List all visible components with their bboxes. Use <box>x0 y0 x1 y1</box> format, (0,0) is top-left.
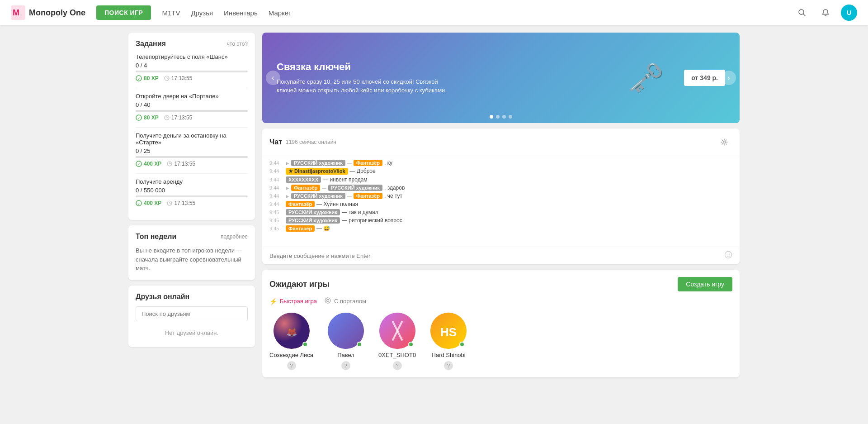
chat-message-5: 9:44 Фантазёр — Хуйня полная <box>269 201 732 207</box>
chat-message-3: 9:44 ▶ Фантазёр — РУССКИЙ художник , зда… <box>269 185 732 191</box>
banner-next-button[interactable]: › <box>722 71 736 85</box>
chat-message-4: 9:44 ▶ РУССКИЙ художник — Фантазёр , че … <box>269 193 732 199</box>
task-item-3: Получите аренду 0 / 550 000 ✓ 400 XP 17:… <box>136 178 248 206</box>
banner-description: Покупайте сразу 10, 25 или 50 ключей со … <box>277 77 448 95</box>
xp-value-1: 80 XP <box>144 114 159 121</box>
tasks-title: Задания <box>136 40 166 48</box>
task-meta-1: ✓ 80 XP 17:13:55 <box>136 114 248 121</box>
task-title-3: Получите аренду <box>136 178 248 185</box>
task-title-1: Откройте двери на «Портале» <box>136 93 248 100</box>
task-meta-3: ✓ 400 XP 17:13:55 <box>136 200 248 206</box>
banner-dot-2[interactable] <box>502 115 506 119</box>
chat-messages: 9:44 ▶ РУССКИЙ художник — Фантазёр , ку … <box>262 156 740 247</box>
friends-online-header: Друзья онлайн <box>136 293 248 301</box>
player-name-0: Созвездие Лиса <box>269 352 313 358</box>
player-help-0[interactable]: ? <box>287 361 296 370</box>
task-progress-0: 0 / 4 <box>136 62 248 69</box>
chat-message-input[interactable] <box>269 252 721 259</box>
tasks-header: Задания что это? <box>136 40 248 48</box>
chat-message-2: 9:44 XXXXXXXXX — инвент продам <box>269 176 732 183</box>
banner-dot-0[interactable] <box>490 115 493 119</box>
tasks-card: Задания что это? Телепортируйтесь с поля… <box>128 33 255 220</box>
chat-message-8: 9:45 Фантазёр — 😅 <box>269 225 732 232</box>
players-grid: 🦊 Созвездие Лиса ? <box>269 313 732 370</box>
xp-icon-1: ✓ <box>136 114 142 121</box>
main-nav: M1TV Друзья Инвентарь Маркет <box>162 9 794 17</box>
top-week-header: Топ недели подробнее <box>136 233 248 241</box>
banner: ‹ Связка ключей Покупайте сразу 10, 25 и… <box>262 33 740 123</box>
player-card-1: Павел ? <box>328 313 364 370</box>
svg-text:🦊: 🦊 <box>286 327 297 338</box>
clock-icon-0 <box>164 76 170 81</box>
banner-prev-button[interactable]: ‹ <box>266 71 280 85</box>
banner-keys-icon: 🗝️ <box>628 61 664 95</box>
task-time-1: 17:13:55 <box>164 114 193 121</box>
xp-value-0: 80 XP <box>144 75 159 81</box>
player-card-3: HS Hard Shinobi ? <box>430 313 467 370</box>
task-time-0: 17:13:55 <box>164 75 193 81</box>
svg-point-26 <box>727 254 728 255</box>
player-card-2: 0XET_SHOT0 ? <box>378 313 416 370</box>
game-tab-quick[interactable]: ⚡ Быстрая игра <box>269 297 317 305</box>
player-avatar-wrap-2 <box>379 313 415 349</box>
chat-header: Чат 1196 сейчас онлайн <box>262 129 740 156</box>
nav-market[interactable]: Маркет <box>269 9 292 17</box>
chat-message-1: 9:44 ★ DinastijasprostoVšok — Доброе <box>269 168 732 175</box>
notifications-icon <box>821 9 830 17</box>
logo[interactable]: M Monopoly One <box>11 5 85 20</box>
portal-game-label: С порталом <box>334 298 366 305</box>
nav-inventory[interactable]: Инвентарь <box>224 9 258 17</box>
chat-message-6: 9:45 РУССКИЙ художник — так и думал <box>269 209 732 215</box>
main-content: ‹ Связка ключей Покупайте сразу 10, 25 и… <box>262 33 740 377</box>
chat-message-7: 9:45 РУССКИЙ художник — риторический воп… <box>269 217 732 224</box>
search-icon <box>798 9 806 17</box>
player-help-2[interactable]: ? <box>393 361 402 370</box>
svg-point-29 <box>326 300 329 302</box>
chat-emoji-button[interactable] <box>724 251 732 261</box>
create-game-button[interactable]: Создать игру <box>678 277 732 291</box>
player-help-3[interactable]: ? <box>444 361 453 370</box>
task-item-1: Откройте двери на «Портале» 0 / 40 ✓ 80 … <box>136 93 248 121</box>
time-value-3: 17:13:55 <box>174 200 195 206</box>
nav-m1tv[interactable]: M1TV <box>162 9 180 17</box>
banner-dot-3[interactable] <box>509 115 512 119</box>
friends-search-input[interactable] <box>136 306 248 321</box>
friends-online-title: Друзья онлайн <box>136 293 189 301</box>
top-week-link[interactable]: подробнее <box>221 233 248 240</box>
search-games-button[interactable]: ПОИСК ИГР <box>96 5 151 20</box>
time-value-0: 17:13:55 <box>171 75 193 81</box>
nav-friends[interactable]: Друзья <box>191 9 213 17</box>
chat-card: Чат 1196 сейчас онлайн 9:44 ▶ РУССКИЙ ху… <box>262 129 740 264</box>
banner-dot-1[interactable] <box>496 115 500 119</box>
chat-settings-button[interactable] <box>716 134 732 150</box>
quick-game-label: Быстрая игра <box>280 298 317 305</box>
player-name-2: 0XET_SHOT0 <box>378 352 416 358</box>
xp-icon-2: ✓ <box>136 161 142 167</box>
banner-price-button[interactable]: от 349 р. <box>684 70 725 86</box>
player-online-dot-2 <box>408 342 414 347</box>
what-is-this-link[interactable]: что это? <box>227 41 248 47</box>
sidebar: Задания что это? Телепортируйтесь с поля… <box>128 33 255 377</box>
emoji-icon <box>724 251 732 259</box>
task-xp-3: ✓ 400 XP <box>136 200 161 206</box>
task-time-3: 17:13:55 <box>167 200 195 206</box>
xp-icon-0: ✓ <box>136 75 142 81</box>
xp-value-2: 400 XP <box>144 161 161 167</box>
search-button[interactable] <box>794 5 810 21</box>
header-actions: U <box>794 5 857 21</box>
game-tab-portal[interactable]: С порталом <box>324 297 366 305</box>
task-title-0: Телепортируйтесь с поля «Шанс» <box>136 53 248 60</box>
player-online-dot-1 <box>357 342 362 347</box>
svg-text:✓: ✓ <box>137 77 140 81</box>
quick-game-icon: ⚡ <box>269 298 277 305</box>
player-online-dot-3 <box>459 342 465 347</box>
progress-bg-3 <box>136 195 248 197</box>
friends-empty-text: Нет друзей онлайн. <box>136 326 248 340</box>
svg-point-28 <box>325 298 330 303</box>
user-avatar[interactable]: U <box>841 5 857 21</box>
player-avatar-wrap-0: 🦊 <box>274 313 310 349</box>
player-help-1[interactable]: ? <box>341 361 350 370</box>
portal-game-icon <box>324 297 331 305</box>
notifications-button[interactable] <box>817 5 834 21</box>
svg-line-3 <box>803 14 806 16</box>
